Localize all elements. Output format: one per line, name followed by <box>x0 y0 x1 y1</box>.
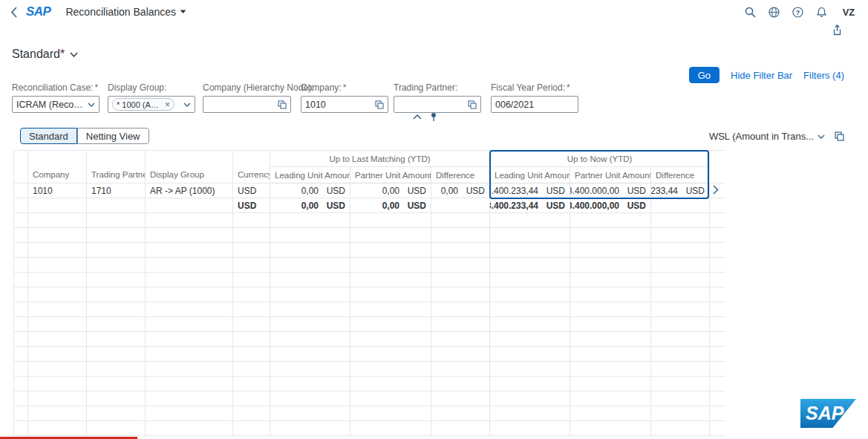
table-row-empty <box>14 406 726 421</box>
filterbar-controls <box>413 112 438 122</box>
help-icon[interactable]: ? <box>792 7 803 18</box>
chevron-down-icon <box>70 52 78 57</box>
table-row-empty <box>14 243 726 258</box>
table-row-empty <box>14 421 726 436</box>
table-row-empty <box>14 377 726 391</box>
cell-lm-difference: 0,00USD <box>431 183 490 198</box>
cell-now-partner: -3.400.000,00USD <box>570 198 651 213</box>
table-row-empty <box>14 213 726 228</box>
field-label: Display Group: <box>108 82 195 93</box>
field-label: Trading Partner: <box>394 82 481 93</box>
cell-now-partner: -3.400.000,00USD <box>570 183 651 198</box>
col-partner-unit-amount[interactable]: Partner Unit Amount <box>350 167 431 183</box>
cell-now-leading: 3.400.233,44USD <box>490 198 570 213</box>
view-standard-button[interactable]: Standard <box>20 128 77 144</box>
filter-company: Company:* <box>301 82 388 113</box>
variant-selector[interactable]: Standard* <box>12 48 78 61</box>
value-help-icon[interactable] <box>375 100 384 109</box>
app-title-menu[interactable]: Reconciliation Balances <box>65 6 186 18</box>
company-node-input[interactable] <box>207 100 275 110</box>
trading-partner-input[interactable] <box>398 100 466 110</box>
selection-column <box>14 151 28 183</box>
search-icon[interactable] <box>745 7 756 18</box>
cell-trading-partner: 1710 <box>87 183 146 198</box>
col-partner-unit-amount-2[interactable]: Partner Unit Amount <box>570 167 651 183</box>
cell-lm-partner: 0,00USD <box>350 183 431 198</box>
chevron-down-icon <box>180 10 186 14</box>
share-icon[interactable] <box>832 25 843 36</box>
chevron-down-icon[interactable] <box>183 103 191 107</box>
view-segmented-button: Standard Netting View <box>20 128 149 144</box>
reconciliation-table-container: Company Trading Partner Display Group Cu… <box>13 150 725 439</box>
table-row-empty <box>14 287 726 302</box>
col-leading-unit-amount-2[interactable]: Leading Unit Amount <box>490 167 570 183</box>
table-row-empty <box>14 347 726 362</box>
token-remove-icon[interactable]: × <box>165 100 170 109</box>
value-help-icon[interactable] <box>278 100 287 109</box>
col-trading-partner[interactable]: Trading Partner <box>87 151 146 183</box>
table-row-totals[interactable]: USD 0,00USD 0,00USD 3.400.233,44USD -3.4… <box>14 198 726 213</box>
table-row-empty <box>14 273 726 287</box>
cell-lm-leading: 0,00USD <box>270 198 350 213</box>
hide-filter-bar-link[interactable]: Hide Filter Bar <box>731 70 792 81</box>
token[interactable]: * 1000 (AR - ... × <box>112 98 174 111</box>
reconciliation-case-value: ICRAM (Reconciliation...) <box>16 100 85 110</box>
filterbar-actions: Go Hide Filter Bar Filters (4) <box>689 67 844 83</box>
cell-display-group: AR -> AP (1000) <box>146 183 233 198</box>
cell-now-difference <box>651 198 710 213</box>
cell-lm-leading: 0,00USD <box>270 183 350 198</box>
collapse-filterbar-icon[interactable] <box>413 114 422 120</box>
col-currency[interactable]: Currency <box>233 151 270 183</box>
value-help-icon[interactable] <box>468 100 477 109</box>
reconciliation-case-combobox[interactable]: ICRAM (Reconciliation...) <box>12 96 99 113</box>
back-icon[interactable] <box>10 7 17 18</box>
table-row-empty <box>14 362 726 377</box>
filter-fiscal-period: Fiscal Year Period:* <box>491 82 578 113</box>
table-body: 1010 1710 AR -> AP (1000) USD 0,00USD 0,… <box>14 183 726 436</box>
pin-icon[interactable] <box>429 112 438 122</box>
sap-watermark-logo: SAP <box>800 399 856 428</box>
wsl-amount-select[interactable]: WSL (Amount in Trans... <box>709 131 825 142</box>
table-row-empty <box>14 228 726 243</box>
filter-trading-partner: Trading Partner: <box>394 82 481 113</box>
col-difference[interactable]: Difference <box>431 167 490 183</box>
extra-column <box>710 151 725 183</box>
col-company[interactable]: Company <box>28 151 87 183</box>
table-row[interactable]: 1010 1710 AR -> AP (1000) USD 0,00USD 0,… <box>14 183 726 198</box>
field-label: Company:* <box>301 82 388 93</box>
copy-icon[interactable] <box>835 131 844 141</box>
cell-lm-partner: 0,00USD <box>350 198 431 213</box>
col-difference-2[interactable]: Difference <box>651 167 710 183</box>
shell-bar: SAP Reconciliation Balances ? VZ <box>0 0 868 24</box>
view-netting-button[interactable]: Netting View <box>77 128 149 144</box>
field-label: Reconciliation Case:* <box>12 82 99 93</box>
variant-title: Standard* <box>12 48 65 61</box>
cell-company: 1010 <box>28 183 87 198</box>
globe-icon[interactable] <box>769 7 780 18</box>
col-leading-unit-amount[interactable]: Leading Unit Amount <box>270 167 350 183</box>
chevron-down-icon <box>818 134 825 139</box>
cell-currency: USD <box>233 183 270 198</box>
filter-company-node: Company (Hierarchy Node): <box>203 82 291 113</box>
company-input[interactable] <box>305 100 373 110</box>
bell-icon[interactable] <box>816 7 827 18</box>
filter-display-group: Display Group: * 1000 (AR - ... × <box>108 82 195 113</box>
go-button[interactable]: Go <box>689 67 719 83</box>
svg-text:?: ? <box>796 9 800 16</box>
table-row-empty <box>14 391 726 406</box>
group-up-to-now: Up to Now (YTD) <box>490 151 710 167</box>
filter-reconciliation-case: Reconciliation Case:* ICRAM (Reconciliat… <box>12 82 99 113</box>
avatar[interactable]: VZ <box>840 3 858 21</box>
field-label: Company (Hierarchy Node): <box>203 82 291 93</box>
group-header-row: Company Trading Partner Display Group Cu… <box>14 151 726 167</box>
scroll-right-icon[interactable] <box>713 185 719 195</box>
cell-lm-difference <box>431 198 490 213</box>
fiscal-period-input[interactable] <box>495 100 574 110</box>
col-display-group[interactable]: Display Group <box>146 151 233 183</box>
sap-logo: SAP <box>26 4 50 19</box>
filters-link[interactable]: Filters (4) <box>803 70 844 81</box>
display-group-multiinput[interactable]: * 1000 (AR - ... × <box>108 96 195 113</box>
chevron-down-icon[interactable] <box>88 103 95 107</box>
table-row-empty <box>14 258 726 273</box>
group-up-to-last-matching: Up to Last Matching (YTD) <box>270 151 490 167</box>
